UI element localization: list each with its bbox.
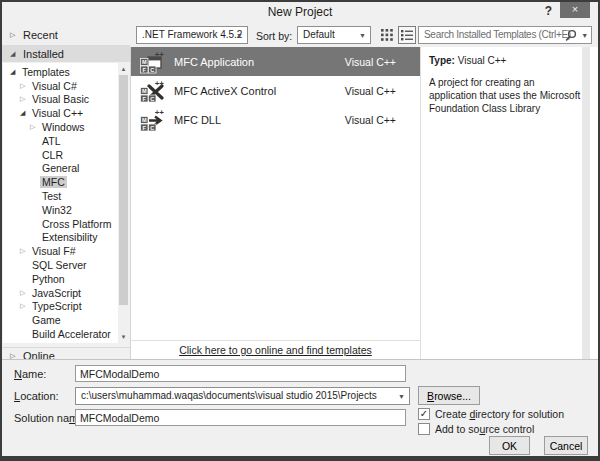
solution-name-input[interactable] — [75, 409, 406, 426]
sort-dropdown[interactable]: Default ▼ — [297, 26, 371, 44]
svg-text:M: M — [142, 117, 147, 123]
description-scrollbar[interactable] — [582, 47, 590, 359]
tree-item-python[interactable]: Python — [3, 272, 118, 286]
sort-value: Default — [303, 29, 335, 40]
tree-item-general[interactable]: General — [3, 162, 118, 176]
template-item-mfc-dll[interactable]: ++MFCMFC DLLVisual C++ — [131, 105, 420, 134]
create-directory-label: Create directory for solution — [435, 408, 564, 420]
tree-item-visual-c[interactable]: ◢Visual C++ — [3, 106, 118, 120]
help-button[interactable]: ? — [545, 4, 552, 18]
template-list: ++MFCMFC ApplicationVisual C++++MFCMFC A… — [130, 47, 420, 340]
framework-dropdown[interactable]: .NET Framework 4.5.2 ▼ — [136, 26, 248, 44]
location-dropdown[interactable]: c:\users\muhammad.waqas\documents\visual… — [75, 387, 410, 405]
tree-item-label: Game — [30, 314, 63, 326]
tree-item-clr[interactable]: CLR — [3, 148, 118, 162]
close-button[interactable]: × — [560, 2, 590, 18]
tree-item-label: MFC — [40, 176, 67, 188]
tree-item-label: Visual F# — [30, 245, 78, 257]
chevron-expanded-icon[interactable]: ◢ — [10, 68, 20, 76]
scroll-up-icon[interactable]: ▲ — [118, 64, 129, 74]
tree-item-game[interactable]: Game — [3, 313, 118, 327]
template-item-mfc-activex-control[interactable]: ++MFCMFC ActiveX ControlVisual C++ — [131, 76, 420, 105]
tree-item-extensibility[interactable]: Extensibility — [3, 231, 118, 245]
add-source-control-checkbox[interactable] — [418, 423, 430, 435]
titlebar: New Project ? × — [2, 2, 598, 22]
chevron-collapsed-icon[interactable]: ▷ — [10, 31, 23, 39]
description-text: A project for creating an application th… — [429, 76, 581, 115]
tree-item-other-project-types[interactable]: ▷Other Project Types — [3, 341, 118, 343]
online-templates-link-row: Click here to go online and find templat… — [130, 340, 420, 359]
description-panel: Type: Visual C++ A project for creating … — [420, 47, 598, 359]
chevron-collapsed-icon[interactable]: ▷ — [20, 247, 30, 255]
svg-text:C: C — [150, 124, 154, 130]
tree-item-label: JavaScript — [30, 287, 83, 299]
chevron-expanded-icon[interactable]: ◢ — [20, 109, 30, 117]
scroll-down-icon[interactable]: ▼ — [118, 332, 129, 342]
create-directory-checkbox[interactable]: ✓ — [418, 408, 430, 420]
tree-item-label: Build Accelerator — [30, 328, 113, 340]
chevron-expanded-icon[interactable]: ◢ — [10, 50, 23, 58]
scrollbar-thumb[interactable] — [119, 75, 128, 305]
search-input[interactable]: Search Installed Templates (Ctrl+E) ▼ — [418, 26, 592, 44]
tree-item-label: Other Project Types — [30, 342, 127, 343]
create-directory-option: ✓ Create directory for solution — [418, 407, 564, 420]
browse-button[interactable]: Browse... — [418, 386, 480, 405]
type-line: Type: Visual C++ — [429, 54, 581, 67]
tree-item-atl[interactable]: ATL — [3, 134, 118, 148]
tree-item-label: Windows — [40, 121, 87, 133]
tree-item-label: Test — [40, 190, 63, 202]
tree-item-visual-f[interactable]: ▷Visual F# — [3, 244, 118, 258]
tree-item-test[interactable]: Test — [3, 189, 118, 203]
sidebar-item-installed[interactable]: ◢ Installed — [2, 45, 130, 62]
tree-item-visual-basic[interactable]: ▷Visual Basic — [3, 93, 118, 107]
chevron-collapsed-icon[interactable]: ▷ — [20, 95, 30, 103]
chevron-down-icon: ▼ — [398, 388, 405, 405]
tree-item-label: CLR — [40, 149, 65, 161]
mfc-application-icon: ++MFC — [140, 50, 164, 74]
template-item-mfc-application[interactable]: ++MFCMFC ApplicationVisual C++ — [131, 47, 420, 76]
tree-item-label: Cross Platform — [40, 218, 113, 230]
name-input[interactable] — [75, 365, 406, 382]
tree-item-build-accelerator[interactable]: Build Accelerator — [3, 327, 118, 341]
chevron-collapsed-icon[interactable]: ▷ — [20, 302, 30, 310]
add-source-control-option: Add to source control — [418, 422, 534, 435]
tree-item-javascript[interactable]: ▷JavaScript — [3, 286, 118, 300]
tree-item-label: Python — [30, 273, 67, 285]
type-label: Type: — [429, 55, 455, 66]
tree-item-label: General — [40, 162, 81, 174]
svg-text:++: ++ — [155, 108, 164, 117]
sidebar-item-label: Installed — [23, 48, 64, 60]
sort-by-label: Sort by: — [256, 30, 292, 42]
online-templates-link[interactable]: Click here to go online and find templat… — [179, 344, 372, 356]
template-language: Visual C++ — [345, 114, 396, 126]
tree-item-win32[interactable]: Win32 — [3, 203, 118, 217]
sidebar-item-label: Recent — [23, 29, 58, 41]
icon-view-button[interactable] — [378, 26, 396, 44]
name-label: Name: — [14, 368, 46, 380]
project-form: Name: Location: c:\users\muhammad.waqas\… — [2, 359, 598, 456]
ok-button[interactable]: OK — [489, 436, 530, 455]
tree-scrollbar[interactable]: ▲ ▼ — [118, 63, 129, 343]
tree-item-sql-server[interactable]: SQL Server — [3, 258, 118, 272]
sidebar-item-recent[interactable]: ▷ Recent — [2, 26, 130, 43]
svg-text:C: C — [150, 66, 154, 72]
tree-item-windows[interactable]: ▷Windows — [3, 120, 118, 134]
tree-item-label: Win32 — [40, 204, 74, 216]
location-label: Location: — [14, 390, 59, 402]
template-name: MFC DLL — [174, 114, 221, 126]
search-placeholder: Search Installed Templates (Ctrl+E) — [424, 29, 571, 40]
tree-item-visual-c[interactable]: ▷Visual C# — [3, 79, 118, 93]
tree-item-label: Extensibility — [40, 231, 99, 243]
new-project-dialog: New Project ? × ▷ Recent ◢ Installed ◢Te… — [0, 0, 600, 461]
tree-item-templates[interactable]: ◢Templates — [3, 65, 118, 79]
tree-item-cross-platform[interactable]: Cross Platform — [3, 217, 118, 231]
template-description: Type: Visual C++ A project for creating … — [429, 54, 581, 115]
cancel-button[interactable]: Cancel — [544, 436, 588, 455]
chevron-collapsed-icon[interactable]: ▷ — [30, 123, 40, 131]
tree-items: ◢Templates▷Visual C#▷Visual Basic◢Visual… — [3, 65, 118, 343]
tree-item-mfc[interactable]: MFC — [3, 175, 118, 189]
chevron-collapsed-icon[interactable]: ▷ — [20, 82, 30, 90]
tree-item-typescript[interactable]: ▷TypeScript — [3, 300, 118, 314]
list-view-button[interactable] — [398, 26, 416, 44]
chevron-collapsed-icon[interactable]: ▷ — [20, 289, 30, 297]
